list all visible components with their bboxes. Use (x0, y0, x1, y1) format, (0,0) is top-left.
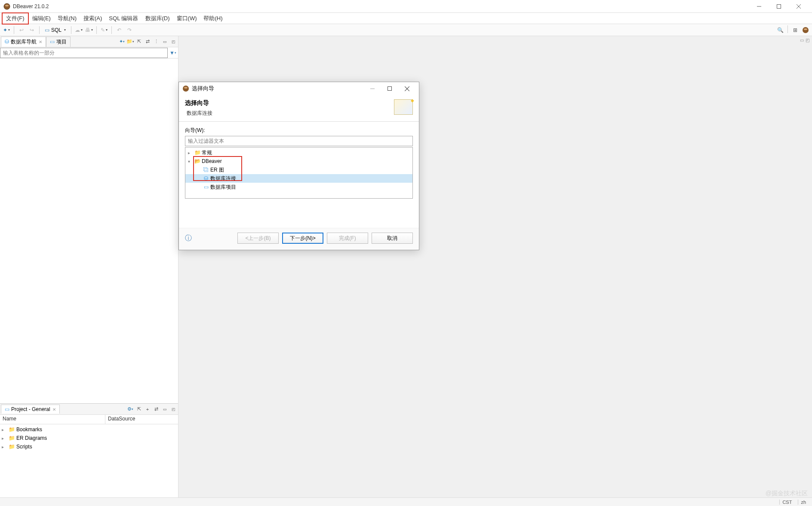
svg-point-1 (5, 5, 9, 6)
statusbar: CST zh (0, 497, 812, 506)
tab-label: Project - General (11, 406, 50, 412)
tree-item-bookmarks[interactable]: ▸ 📁 Bookmarks (0, 425, 178, 434)
perspective-button[interactable]: ⊞ (790, 25, 800, 35)
new-connection-button[interactable]: ✦▾ (2, 25, 11, 35)
minimize-panel-button[interactable]: ▭ (161, 38, 169, 46)
tx-forward-button: ↷ (125, 25, 134, 35)
collapse-all-button[interactable]: ⇱ (135, 405, 143, 413)
view-menu-button[interactable]: ⋮ (152, 38, 160, 46)
watermark: @掘金技术社区 (766, 490, 808, 497)
menu-window[interactable]: 窗口(W) (173, 13, 200, 24)
help-button[interactable]: ⓘ (185, 234, 192, 243)
dialog-titlebar[interactable]: 选择向导 (179, 82, 419, 95)
add-button[interactable]: + (144, 405, 151, 413)
svg-rect-3 (777, 4, 781, 8)
dbeaver-perspective[interactable] (801, 25, 810, 35)
print-button: 🖶▾ (84, 25, 94, 35)
project-icon: ▭ (50, 39, 55, 45)
app-icon (3, 3, 10, 10)
edit-button: ✎▾ (99, 25, 109, 35)
database-icon: ⛁ (203, 175, 209, 181)
dialog-minimize-button[interactable] (364, 83, 381, 95)
svg-rect-11 (388, 87, 392, 91)
sql-editor-button[interactable]: ▭ SQL ▾ (42, 25, 68, 35)
wizard-tree-connection[interactable]: ⛁ 数据库连接 (185, 174, 412, 183)
dialog-close-button[interactable] (398, 83, 415, 95)
tx-back-button: ↶ (114, 25, 124, 35)
maximize-icon[interactable]: ◰ (806, 38, 809, 43)
tree-item-erdiagrams[interactable]: ▸ 📁 ER Diagrams (0, 434, 178, 442)
connect-button[interactable]: ✦▾ (118, 38, 126, 46)
wizard-icon (394, 99, 413, 115)
left-panel: ⛁ 数据库导航 ✕ ▭ 项目 ✦▾ 📁▾ ⇱ ⇄ ⋮ ▭ ◰ ▼▾ (0, 36, 178, 499)
er-diagram-icon: ⿻ (203, 167, 209, 173)
project-tree: ▸ 📁 Bookmarks ▸ 📁 ER Diagrams ▸ 📁 Script… (0, 424, 178, 499)
wizard-tree-project[interactable]: ▭ 数据库项目 (185, 183, 412, 191)
tab-close-icon[interactable]: ✕ (52, 407, 56, 412)
forward-button: ↪ (27, 25, 37, 35)
minimize-panel-button[interactable]: ▭ (161, 405, 169, 413)
folder-button[interactable]: 📁▾ (126, 38, 134, 46)
link-button[interactable]: ⇄ (144, 38, 151, 46)
tree-item-scripts[interactable]: ▸ 📁 Scripts (0, 442, 178, 451)
minimize-icon[interactable]: ▭ (800, 38, 804, 43)
collapse-icon[interactable]: ▾ (188, 159, 193, 164)
menu-edit[interactable]: 编辑(E) (29, 13, 54, 24)
cancel-button[interactable]: 取消 (372, 233, 413, 244)
navigator-tree[interactable] (0, 58, 178, 403)
collapse-button[interactable]: ⇱ (135, 38, 143, 46)
projects-tab[interactable]: ▭ 项目 (46, 37, 71, 47)
sql-label: SQL (51, 27, 62, 33)
minimize-button[interactable] (749, 0, 769, 13)
project-columns: Name DataSource (0, 415, 178, 424)
wizard-tree: ▸ 📁 常规 ▾ 📂 DBeaver ⿻ ER 图 ⛁ 数据库连接 ▭ 数据库项… (185, 147, 413, 199)
maximize-button[interactable] (769, 0, 789, 13)
dialog-header: 选择向导 数据库连接 (179, 95, 419, 122)
search-button[interactable]: 🔍 (775, 25, 785, 35)
dialog-title: 选择向导 (192, 85, 364, 92)
maximize-panel-button[interactable]: ◰ (169, 405, 177, 413)
settings-button[interactable]: ⚙▾ (126, 405, 134, 413)
menu-help[interactable]: 帮助(H) (200, 13, 226, 24)
tab-label: 数据库导航 (11, 38, 37, 46)
project-icon: ▭ (5, 406, 9, 412)
titlebar: DBeaver 21.0.2 (0, 0, 812, 13)
project-general-tab[interactable]: ▭ Project - General ✕ (1, 405, 60, 414)
back-button: <上一步(B) (237, 233, 279, 244)
wizard-filter-input[interactable] (185, 136, 413, 146)
close-button[interactable] (789, 0, 809, 13)
column-datasource[interactable]: DataSource (105, 415, 138, 424)
wizard-tree-er[interactable]: ⿻ ER 图 (185, 166, 412, 174)
menu-navigate[interactable]: 导航(N) (54, 13, 80, 24)
wizard-tree-dbeaver[interactable]: ▾ 📂 DBeaver (185, 157, 412, 166)
search-row: ▼▾ (0, 47, 178, 58)
menu-database[interactable]: 数据库(D) (142, 13, 173, 24)
wizard-dialog: 选择向导 选择向导 数据库连接 向导(W): ▸ 📁 常规 ▾ 📂 DBeave… (178, 82, 419, 250)
back-button: ↩ (17, 25, 26, 35)
link-editor-button[interactable]: ⇄ (152, 405, 160, 413)
wizard-tree-general[interactable]: ▸ 📁 常规 (185, 148, 412, 157)
database-navigator-tab[interactable]: ⛁ 数据库导航 ✕ (1, 37, 46, 47)
tab-close-icon[interactable]: ✕ (39, 40, 42, 44)
menu-search[interactable]: 搜索(A) (80, 13, 105, 24)
maximize-panel-button[interactable]: ◰ (169, 38, 177, 46)
dialog-maximize-button[interactable] (381, 83, 398, 95)
next-button[interactable]: 下一步(N)> (282, 233, 323, 244)
expand-icon[interactable]: ▸ (188, 150, 193, 155)
menu-file[interactable]: 文件(F) (2, 12, 29, 25)
menu-sql-editor[interactable]: SQL 编辑器 (105, 13, 141, 24)
nav-panel-tabs: ⛁ 数据库导航 ✕ ▭ 项目 ✦▾ 📁▾ ⇱ ⇄ ⋮ ▭ ◰ (0, 36, 178, 47)
status-lang: zh (798, 500, 809, 505)
table-search-input[interactable] (0, 48, 168, 58)
expand-icon[interactable]: ▸ (2, 427, 7, 432)
column-name[interactable]: Name (0, 415, 105, 424)
project-icon: ▭ (203, 184, 209, 190)
wizard-label: 向导(W): (185, 127, 413, 134)
svg-point-9 (184, 87, 188, 89)
filter-button[interactable]: ▼▾ (168, 48, 178, 58)
project-panel: ▭ Project - General ✕ ⚙▾ ⇱ + ⇄ ▭ ◰ Name … (0, 403, 178, 499)
expand-icon[interactable]: ▸ (2, 436, 7, 441)
folder-icon: 📁 (194, 150, 201, 156)
expand-icon[interactable]: ▸ (2, 445, 7, 449)
folder-icon: 📁 (9, 444, 15, 450)
